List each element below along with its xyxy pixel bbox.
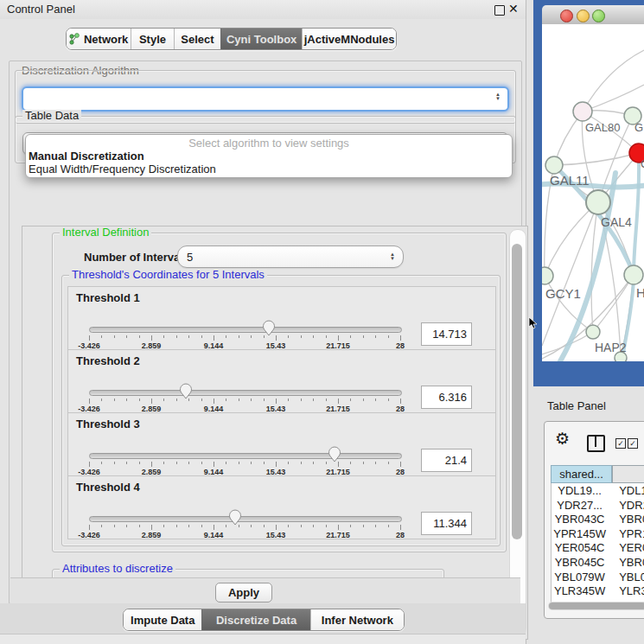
tab-select-label: Select bbox=[181, 33, 214, 46]
cell-name: YDL1 bbox=[608, 484, 644, 499]
divider bbox=[595, 437, 596, 447]
column-header-shared-name[interactable]: shared... bbox=[551, 465, 612, 483]
network-window-titlebar[interactable] bbox=[542, 5, 644, 25]
threshold-1-panel: Threshold 1 -3.4262.8599.14415.4321.7152… bbox=[67, 286, 496, 350]
tab-style-label: Style bbox=[139, 33, 166, 46]
control-panel-title: Control Panel bbox=[7, 3, 75, 16]
cyni-toolbox-panel: Discretization Algorithm ▲▼ Select algor… bbox=[9, 61, 522, 604]
threshold-1-value-field[interactable]: 14.713 bbox=[421, 322, 472, 346]
checkbox-icon[interactable]: ✓ bbox=[615, 438, 626, 449]
algorithm-select[interactable]: ▲▼ bbox=[22, 86, 509, 112]
combo-arrows-icon: ▲▼ bbox=[390, 252, 395, 261]
threshold-3-panel: Threshold 3 -3.4262.8599.14415.4321.7152… bbox=[67, 412, 496, 476]
tab-cyni-toolbox-label: Cyni Toolbox bbox=[226, 33, 296, 46]
cell-name: YBL0 bbox=[608, 571, 644, 585]
tab-discretize-data-label: Discretize Data bbox=[216, 614, 296, 627]
algorithm-placeholder: Select algorithm to view settings bbox=[26, 137, 512, 150]
tab-network[interactable]: Network bbox=[67, 29, 131, 49]
combo-arrows-icon: ▲▼ bbox=[495, 92, 501, 101]
slider-tick-labels: -3.4262.8599.14415.4321.71528 bbox=[89, 531, 400, 539]
threshold-1-label: Threshold 1 bbox=[76, 291, 140, 304]
threshold-4-value-field[interactable]: 11.344 bbox=[421, 512, 472, 535]
svg-text:C: C bbox=[641, 157, 644, 170]
network-graph[interactable]: GAL80GCGAL11GAL4GCY1HHAP2 bbox=[542, 24, 644, 361]
tab-discretize-data[interactable]: Discretize Data bbox=[201, 609, 309, 630]
table-row[interactable]: YPR145WYPR1 bbox=[552, 527, 644, 542]
slider-thumb[interactable] bbox=[328, 446, 341, 462]
slider-thumb[interactable] bbox=[179, 383, 193, 399]
control-panel-titlebar: Control Panel ✕ bbox=[0, 0, 526, 19]
cell-shared-name: YDL19... bbox=[552, 484, 608, 499]
cell-shared-name: YDR27... bbox=[552, 499, 608, 513]
tab-style[interactable]: Style bbox=[131, 29, 173, 49]
close-icon[interactable]: ✕ bbox=[508, 2, 519, 16]
mouse-cursor bbox=[528, 316, 539, 330]
table-header-row: shared... na bbox=[551, 465, 644, 483]
algorithm-option-manual[interactable]: Manual Discretization bbox=[26, 150, 512, 163]
table-row[interactable]: YLR345WYLR3 bbox=[552, 584, 644, 599]
table-row[interactable]: YER054CYER0 bbox=[552, 541, 644, 556]
zoom-traffic-light-icon[interactable] bbox=[592, 10, 605, 22]
close-traffic-light-icon[interactable] bbox=[560, 10, 573, 22]
cell-name: YDR2 bbox=[608, 499, 644, 513]
cell-shared-name: YER054C bbox=[552, 541, 608, 556]
threshold-4-slider[interactable]: -3.4262.8599.14415.4321.71528 bbox=[89, 507, 400, 539]
table-horizontal-scrollbar[interactable] bbox=[548, 602, 644, 610]
cyni-bottom-tabbar: Impute Data Discretize Data Infer Networ… bbox=[123, 609, 405, 631]
tab-jactivemnodules[interactable]: jActiveMNodules bbox=[302, 29, 396, 49]
table-panel-window: ⚙ ✓ ✓ shared... na YDL19...YDL1 YDR27...… bbox=[544, 421, 644, 619]
tab-select[interactable]: Select bbox=[174, 29, 220, 49]
tab-cyni-toolbox[interactable]: Cyni Toolbox bbox=[220, 29, 302, 49]
network-window: GAL80GCGAL11GAL4GCY1HHAP2 bbox=[533, 0, 644, 386]
column-header-name[interactable]: na bbox=[612, 465, 644, 483]
settings-vertical-scrollbar[interactable] bbox=[509, 229, 526, 636]
slider-thumb[interactable] bbox=[228, 509, 242, 526]
slider-track[interactable] bbox=[89, 390, 402, 396]
algorithm-dropdown-popup: Select algorithm to view settings Manual… bbox=[25, 134, 513, 178]
checkbox-icon[interactable]: ✓ bbox=[628, 438, 638, 449]
gear-icon[interactable]: ⚙ bbox=[555, 430, 570, 447]
tab-impute-data[interactable]: Impute Data bbox=[124, 609, 201, 630]
table-panel-title: Table Panel bbox=[547, 399, 606, 412]
svg-text:GAL4: GAL4 bbox=[601, 215, 632, 229]
scrollbar-thumb[interactable] bbox=[549, 603, 644, 609]
slider-track[interactable] bbox=[89, 516, 402, 522]
table-rows: YDL19...YDL1 YDR27...YDR2 YBR043CYBR0 YP… bbox=[552, 484, 644, 613]
svg-text:G: G bbox=[634, 121, 643, 134]
table-row[interactable]: YBR045CYBR0 bbox=[552, 556, 644, 571]
algorithm-option-equal-width[interactable]: Equal Width/Frequency Discretization bbox=[26, 163, 512, 175]
tab-infer-network-label: Infer Network bbox=[322, 614, 393, 627]
slider-track[interactable] bbox=[89, 327, 402, 333]
tab-network-label: Network bbox=[84, 33, 128, 46]
table-row[interactable]: YBR043CYBR0 bbox=[552, 513, 644, 527]
threshold-4-panel: Threshold 4 -3.4262.8599.14415.4321.7152… bbox=[67, 475, 496, 539]
attributes-group-label: Attributes to discretize bbox=[60, 563, 175, 575]
slider-thumb[interactable] bbox=[262, 320, 276, 336]
apply-button[interactable]: Apply bbox=[215, 583, 272, 603]
threshold-2-slider[interactable]: -3.4262.8599.14415.4321.71528 bbox=[89, 381, 400, 412]
number-of-intervals-select[interactable]: 5 ▲▼ bbox=[177, 245, 404, 268]
columns-icon[interactable] bbox=[587, 435, 605, 452]
table-row[interactable]: YDL19...YDL1 bbox=[552, 484, 644, 499]
svg-text:H: H bbox=[636, 285, 644, 300]
threshold-1-slider[interactable]: -3.4262.8599.14415.4321.71528 bbox=[89, 318, 400, 349]
svg-text:GAL80: GAL80 bbox=[585, 121, 620, 134]
cell-shared-name: YBL079W bbox=[552, 571, 608, 585]
scrollbar-thumb[interactable] bbox=[512, 244, 522, 539]
slider-track[interactable] bbox=[89, 453, 402, 459]
threshold-2-value-field[interactable]: 6.316 bbox=[421, 386, 472, 409]
float-window-icon[interactable] bbox=[494, 5, 505, 16]
threshold-4-label: Threshold 4 bbox=[76, 481, 140, 494]
table-row[interactable]: YDR27...YDR2 bbox=[552, 499, 644, 513]
control-panel-tabbar: Network Style Select Cyni Toolbox jActiv… bbox=[66, 28, 397, 50]
network-canvas[interactable]: GAL80GCGAL11GAL4GCY1HHAP2 bbox=[542, 24, 644, 361]
threshold-3-value-field[interactable]: 21.4 bbox=[421, 449, 472, 472]
number-of-intervals-value: 5 bbox=[187, 251, 193, 264]
screen: Control Panel ✕ Network Style Sel bbox=[0, 0, 644, 644]
interval-definition-group: Interval Definition Number of Intervals … bbox=[52, 233, 507, 552]
table-data-group-label: Table Data bbox=[22, 110, 81, 122]
table-row[interactable]: YBL079WYBL0 bbox=[552, 571, 644, 585]
tab-infer-network[interactable]: Infer Network bbox=[310, 609, 404, 630]
threshold-3-slider[interactable]: -3.4262.8599.14415.4321.71528 bbox=[89, 444, 400, 475]
minimize-traffic-light-icon[interactable] bbox=[577, 10, 590, 22]
